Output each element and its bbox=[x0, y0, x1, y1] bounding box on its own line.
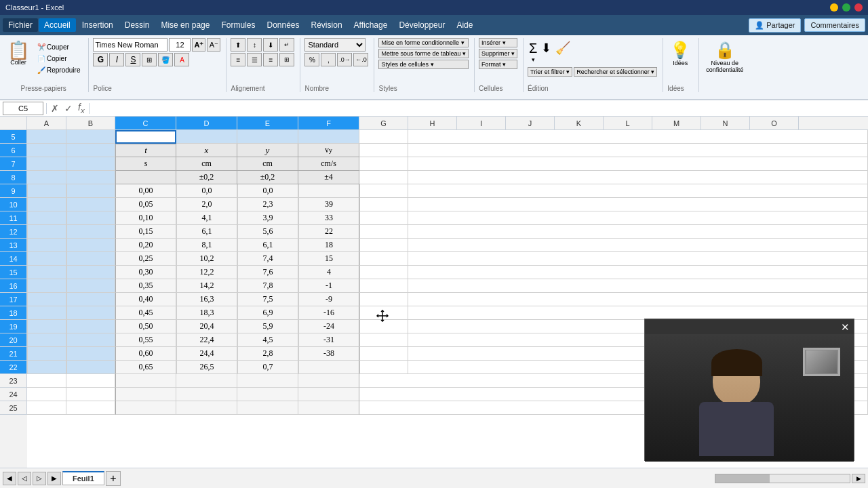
font-color-btn[interactable]: A bbox=[174, 53, 189, 66]
cell-rest10[interactable] bbox=[408, 198, 868, 211]
cell-g7[interactable] bbox=[359, 157, 408, 171]
inserer-btn[interactable]: Insérer ▾ bbox=[479, 38, 517, 47]
cell-d20[interactable]: 22,4 bbox=[176, 333, 237, 347]
align-center-btn[interactable]: ☰ bbox=[247, 53, 262, 66]
cell-e5[interactable] bbox=[237, 130, 298, 144]
cell-g16[interactable] bbox=[359, 279, 408, 293]
col-header-d[interactable]: D bbox=[176, 117, 237, 129]
cell-e9[interactable]: 0,0 bbox=[237, 184, 298, 198]
cell-c22[interactable]: 0,65 bbox=[115, 361, 176, 374]
cell-a24[interactable] bbox=[27, 388, 66, 401]
wrap-text-btn[interactable]: ↵ bbox=[279, 38, 294, 52]
cell-a20[interactable] bbox=[27, 333, 66, 347]
cell-d25[interactable] bbox=[176, 401, 237, 415]
italic-btn[interactable]: I bbox=[109, 53, 124, 66]
cell-c21[interactable]: 0,60 bbox=[115, 347, 176, 361]
cell-e25[interactable] bbox=[237, 401, 298, 415]
cell-b21[interactable] bbox=[66, 347, 115, 361]
cell-g14[interactable] bbox=[359, 252, 408, 266]
merge-btn[interactable]: ⊞ bbox=[279, 53, 294, 66]
cell-b11[interactable] bbox=[66, 211, 115, 225]
cell-d11[interactable]: 4,1 bbox=[176, 211, 237, 225]
cell-d23[interactable] bbox=[176, 374, 237, 388]
cell-b13[interactable] bbox=[66, 239, 115, 252]
align-right-btn[interactable]: ≡ bbox=[263, 53, 278, 66]
row-header-11[interactable]: 11 bbox=[0, 211, 27, 225]
font-name-input[interactable] bbox=[93, 38, 167, 52]
cell-e11[interactable]: 3,9 bbox=[237, 211, 298, 225]
col-header-h[interactable]: H bbox=[408, 117, 457, 129]
cell-a21[interactable] bbox=[27, 347, 66, 361]
cell-e23[interactable] bbox=[237, 374, 298, 388]
cell-g5[interactable] bbox=[359, 130, 408, 144]
minimize-btn[interactable] bbox=[830, 3, 838, 12]
cell-d12[interactable]: 6,1 bbox=[176, 225, 237, 239]
menu-revision[interactable]: Révision bbox=[306, 18, 348, 32]
somme-btn[interactable]: Σ ▾ bbox=[528, 39, 538, 64]
sheet-nav-first[interactable]: ◁ bbox=[18, 472, 31, 485]
cell-a8[interactable] bbox=[27, 171, 66, 184]
cell-rest16[interactable] bbox=[408, 279, 868, 293]
idees-btn[interactable]: 💡 Idées bbox=[667, 38, 693, 69]
cell-h5[interactable] bbox=[408, 130, 868, 144]
cond-format-btn[interactable]: Mise en forme conditionnelle ▾ bbox=[378, 38, 469, 47]
cell-f9[interactable] bbox=[298, 184, 359, 198]
couper-btn[interactable]: ✂️ Couper bbox=[35, 42, 83, 52]
reproduire-btn[interactable]: 🖌️ Reproduire bbox=[35, 65, 83, 75]
row-header-22[interactable]: 22 bbox=[0, 361, 27, 374]
row-header-12[interactable]: 12 bbox=[0, 225, 27, 239]
row-header-15[interactable]: 15 bbox=[0, 266, 27, 279]
cell-c14[interactable]: 0,25 bbox=[115, 252, 176, 266]
cell-rest13[interactable] bbox=[408, 239, 868, 252]
cell-e17[interactable]: 7,5 bbox=[237, 293, 298, 306]
cell-c18[interactable]: 0,45 bbox=[115, 306, 176, 320]
cell-d8[interactable]: ±0,2 bbox=[176, 171, 237, 184]
cell-d13[interactable]: 8,1 bbox=[176, 239, 237, 252]
cell-g10[interactable] bbox=[359, 198, 408, 211]
cell-g18[interactable] bbox=[359, 306, 408, 320]
cell-e22[interactable]: 0,7 bbox=[237, 361, 298, 374]
cell-styles-btn[interactable]: Styles de cellules ▾ bbox=[378, 60, 469, 69]
cell-c8[interactable] bbox=[115, 171, 176, 184]
col-header-c[interactable]: C bbox=[115, 117, 176, 129]
cell-c7[interactable]: s bbox=[115, 157, 176, 171]
row-header-25[interactable]: 25 bbox=[0, 401, 27, 415]
cell-rest12[interactable] bbox=[408, 225, 868, 239]
col-header-a[interactable]: A bbox=[27, 117, 66, 129]
cell-g9[interactable] bbox=[359, 184, 408, 198]
col-header-j[interactable]: J bbox=[506, 117, 555, 129]
font-decrease-btn[interactable]: A⁻ bbox=[207, 38, 220, 52]
cell-d5[interactable] bbox=[176, 130, 237, 144]
cell-c13[interactable]: 0,20 bbox=[115, 239, 176, 252]
formula-confirm-icon[interactable]: ✓ bbox=[63, 103, 74, 114]
row-header-23[interactable]: 23 bbox=[0, 374, 27, 388]
cell-b7[interactable] bbox=[66, 157, 115, 171]
cell-rest14[interactable] bbox=[408, 252, 868, 266]
percent-btn[interactable]: % bbox=[304, 53, 319, 66]
h-scroll-thumb[interactable] bbox=[715, 474, 770, 483]
row-header-8[interactable]: 8 bbox=[0, 171, 27, 184]
cell-b24[interactable] bbox=[66, 388, 115, 401]
close-btn[interactable] bbox=[854, 3, 863, 12]
cell-rest7[interactable] bbox=[408, 157, 868, 171]
cell-g17[interactable] bbox=[359, 293, 408, 306]
cell-d6[interactable]: x bbox=[176, 144, 237, 157]
cell-c17[interactable]: 0,40 bbox=[115, 293, 176, 306]
cell-b9[interactable] bbox=[66, 184, 115, 198]
font-size-input[interactable] bbox=[169, 38, 191, 52]
cell-b19[interactable] bbox=[66, 320, 115, 333]
cell-d24[interactable] bbox=[176, 388, 237, 401]
cell-f14[interactable]: 15 bbox=[298, 252, 359, 266]
cell-f7[interactable]: cm/s bbox=[298, 157, 359, 171]
rechercher-btn[interactable]: Rechercher et sélectionner ▾ bbox=[574, 67, 657, 77]
cell-c11[interactable]: 0,10 bbox=[115, 211, 176, 225]
cell-rest18[interactable] bbox=[408, 306, 868, 320]
decimals-up-btn[interactable]: .0→ bbox=[337, 53, 352, 66]
col-header-k[interactable]: K bbox=[555, 117, 604, 129]
cell-e15[interactable]: 7,6 bbox=[237, 266, 298, 279]
cell-e18[interactable]: 6,9 bbox=[237, 306, 298, 320]
font-increase-btn[interactable]: A⁺ bbox=[192, 38, 205, 52]
row-header-24[interactable]: 24 bbox=[0, 388, 27, 401]
cell-e16[interactable]: 7,8 bbox=[237, 279, 298, 293]
cell-f17[interactable]: -9 bbox=[298, 293, 359, 306]
